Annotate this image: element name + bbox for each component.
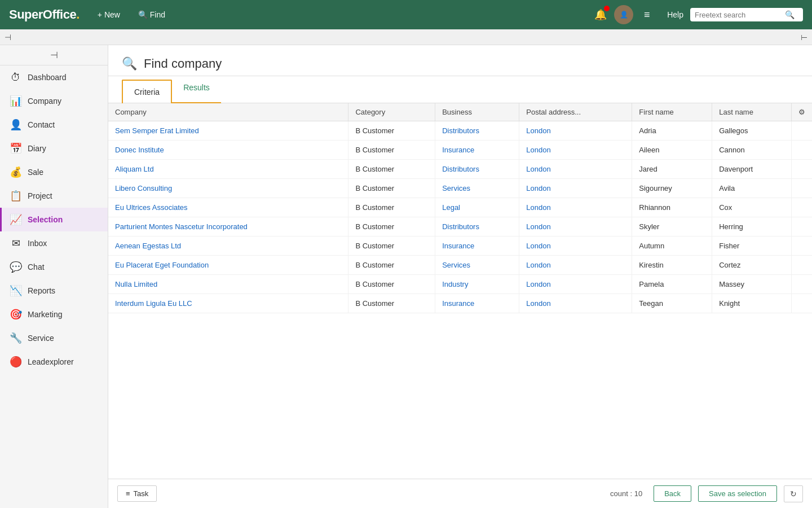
tab-results[interactable]: Results: [172, 76, 221, 103]
col-business[interactable]: Business: [435, 103, 519, 121]
sidebar-label-company: Company: [28, 97, 61, 106]
cell-firstname: Skyler: [632, 217, 712, 237]
cell-lastname: Cortez: [712, 256, 792, 275]
cell-firstname: Adria: [632, 121, 712, 141]
sidebar-item-sale[interactable]: 💰 Sale: [0, 160, 108, 184]
cell-firstname: Rhiannon: [632, 198, 712, 217]
results-table: Company Category Business Postal address…: [108, 103, 812, 313]
collapse-right-icon[interactable]: ⊢: [801, 33, 807, 42]
results-table-wrapper[interactable]: Company Category Business Postal address…: [108, 103, 812, 479]
global-search-box: 🔍: [690, 8, 803, 21]
cell-category: B Customer: [348, 256, 435, 275]
contact-icon: 👤: [10, 119, 22, 131]
help-link[interactable]: Help: [667, 10, 683, 19]
col-company[interactable]: Company: [108, 103, 348, 121]
cell-company: Aenean Egestas Ltd: [108, 237, 348, 256]
new-button[interactable]: + New: [93, 8, 125, 21]
refresh-button[interactable]: ↻: [784, 485, 803, 502]
cell-extra: [792, 256, 813, 275]
back-button[interactable]: Back: [654, 485, 691, 502]
page-title: Find company: [144, 56, 222, 71]
sidebar-item-dashboard[interactable]: ⏱ Dashboard: [0, 65, 108, 89]
task-button[interactable]: ≡ Task: [117, 485, 157, 502]
cell-postal: London: [519, 160, 632, 179]
table-header: Company Category Business Postal address…: [108, 103, 812, 121]
sidebar-label-project: Project: [28, 191, 52, 200]
table-body: Sem Semper Erat Limited B Customer Distr…: [108, 121, 812, 313]
cell-lastname: Avila: [712, 179, 792, 198]
sale-icon: 💰: [10, 166, 22, 178]
cell-extra: [792, 294, 813, 313]
table-row[interactable]: Eu Placerat Eget Foundation B Customer S…: [108, 256, 812, 275]
col-category[interactable]: Category: [348, 103, 435, 121]
sidebar-item-service[interactable]: 🔧 Service: [0, 326, 108, 350]
sidebar: ⊣ ⏱ Dashboard 📊 Company 👤 Contact 📅 Diar…: [0, 45, 108, 508]
search-icon[interactable]: 🔍: [785, 10, 795, 19]
bottom-bar: ≡ Task count : 10 Back Save as selection…: [108, 479, 812, 508]
table-row[interactable]: Parturient Montes Nascetur Incorporated …: [108, 217, 812, 237]
cell-category: B Customer: [348, 141, 435, 160]
cell-business: Insurance: [435, 141, 519, 160]
cell-business: Distributors: [435, 217, 519, 237]
cell-extra: [792, 237, 813, 256]
cell-extra: [792, 160, 813, 179]
page-header: 🔍 Find company: [108, 45, 812, 76]
app-logo[interactable]: SuperOffice.: [9, 7, 80, 22]
table-row[interactable]: Donec Institute B Customer Insurance Lon…: [108, 141, 812, 160]
cell-lastname: Massey: [712, 275, 792, 294]
sidebar-item-reports[interactable]: 📉 Reports: [0, 279, 108, 303]
cell-business: Insurance: [435, 237, 519, 256]
col-postal[interactable]: Postal address...: [519, 103, 632, 121]
table-row[interactable]: Aenean Egestas Ltd B Customer Insurance …: [108, 237, 812, 256]
sidebar-item-selection[interactable]: 📈 Selection: [0, 208, 108, 231]
cell-firstname: Pamela: [632, 275, 712, 294]
notifications-button[interactable]: 🔔: [590, 5, 611, 25]
table-row[interactable]: Sem Semper Erat Limited B Customer Distr…: [108, 121, 812, 141]
diary-icon: 📅: [10, 142, 22, 155]
collapse-left-icon[interactable]: ⊣: [5, 33, 11, 42]
sidebar-item-chat[interactable]: 💬 Chat: [0, 255, 108, 279]
cell-category: B Customer: [348, 217, 435, 237]
cell-company: Aliquam Ltd: [108, 160, 348, 179]
main-content: 🔍 Find company Criteria Results Company …: [108, 45, 812, 508]
sidebar-item-diary[interactable]: 📅 Diary: [0, 137, 108, 160]
reports-icon: 📉: [10, 284, 22, 297]
sidebar-item-marketing[interactable]: 🎯 Marketing: [0, 303, 108, 326]
sidebar-item-project[interactable]: 📋 Project: [0, 184, 108, 208]
table-row[interactable]: Eu Ultrices Associates B Customer Legal …: [108, 198, 812, 217]
cell-category: B Customer: [348, 121, 435, 141]
notification-badge: [604, 6, 610, 11]
table-row[interactable]: Interdum Ligula Eu LLC B Customer Insura…: [108, 294, 812, 313]
tab-criteria[interactable]: Criteria: [122, 80, 172, 103]
sidebar-label-diary: Diary: [28, 144, 46, 153]
sidebar-item-contact[interactable]: 👤 Contact: [0, 113, 108, 137]
col-firstname[interactable]: First name: [632, 103, 712, 121]
col-lastname[interactable]: Last name: [712, 103, 792, 121]
task-label: Task: [134, 489, 149, 498]
cell-lastname: Cox: [712, 198, 792, 217]
user-avatar[interactable]: 👤: [614, 5, 633, 24]
global-search-input[interactable]: [695, 11, 785, 19]
sidebar-item-company[interactable]: 📊 Company: [0, 89, 108, 113]
cell-extra: [792, 179, 813, 198]
cell-category: B Customer: [348, 198, 435, 217]
save-as-selection-button[interactable]: Save as selection: [698, 485, 777, 502]
sidebar-item-inbox[interactable]: ✉ Inbox: [0, 231, 108, 255]
cell-category: B Customer: [348, 179, 435, 198]
cell-firstname: Sigourney: [632, 179, 712, 198]
cell-business: Legal: [435, 198, 519, 217]
col-settings[interactable]: ⚙: [792, 103, 813, 121]
menu-button[interactable]: ≡: [637, 5, 657, 25]
table-row[interactable]: Aliquam Ltd B Customer Distributors Lond…: [108, 160, 812, 179]
sidebar-collapse-button[interactable]: ⊣: [0, 45, 108, 65]
cell-business: Services: [435, 256, 519, 275]
sidebar-item-leadexplorer[interactable]: 🔴 Leadexplorer: [0, 350, 108, 374]
cell-company: Sem Semper Erat Limited: [108, 121, 348, 141]
table-row[interactable]: Nulla Limited B Customer Industry London…: [108, 275, 812, 294]
sidebar-label-reports: Reports: [28, 286, 55, 295]
cell-business: Services: [435, 179, 519, 198]
table-row[interactable]: Libero Consulting B Customer Services Lo…: [108, 179, 812, 198]
find-button[interactable]: 🔍 Find: [134, 8, 170, 21]
cell-company: Interdum Ligula Eu LLC: [108, 294, 348, 313]
count-label: count : 10: [610, 489, 642, 498]
